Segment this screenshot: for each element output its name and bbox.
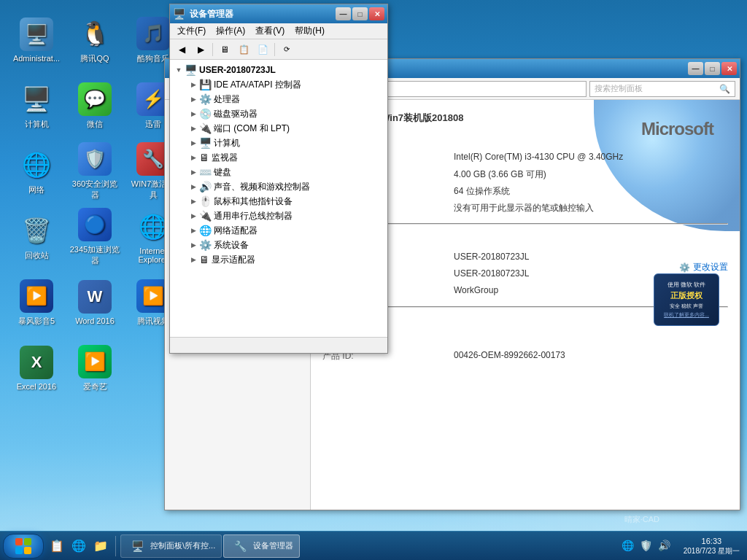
tree-node-1[interactable]: ▶ ⚙️ 处理器 — [187, 92, 384, 106]
tree-node-6[interactable]: ▶ ⌨️ 键盘 — [187, 165, 384, 179]
activation-badge: 使用 微软 软件 正版授权 安全 稳软 声誉 联机了解更多内容... — [654, 273, 719, 326]
tree-node-5[interactable]: ▶ 🖥 监视器 — [187, 150, 384, 165]
desktop: 🖥️ Administrat... 🐧 腾讯QQ 🎵 酷狗音乐 🖥️ 计算机 — [0, 0, 747, 560]
tree-node-12-icon: 🖥 — [199, 254, 209, 265]
tree-node-9-expand: ▶ — [187, 210, 199, 222]
devmgr-minimize-button[interactable]: — — [336, 7, 351, 20]
tray-network-icon[interactable]: 🌐 — [620, 538, 635, 553]
badge-line1: 使用 微软 软件 — [667, 281, 705, 289]
desktop-icon-word2016[interactable]: W Word 2016 — [66, 270, 124, 335]
ql-show-desktop[interactable]: 📋 — [47, 536, 67, 556]
sysinfo-win-controls: — □ ✕ — [688, 62, 737, 75]
processor-value: Intel(R) Core(TM) i3-4130 CPU @ 3.40GHz — [454, 152, 623, 164]
tree-node-2-icon: 💿 — [199, 108, 212, 120]
toolbar-properties-btn[interactable]: 📋 — [235, 42, 252, 58]
toolbar-scan-btn[interactable]: ⟳ — [278, 42, 295, 58]
search-field[interactable]: 搜索控制面板 🔍 — [589, 81, 735, 97]
sysinfo-close-button[interactable]: ✕ — [721, 62, 737, 75]
microsoft-logo-area: Microsoft — [641, 119, 713, 139]
desktop-icon-jisuanji[interactable]: 🖥️ 计算机 — [7, 73, 66, 139]
ql-file-manager[interactable]: 📁 — [90, 536, 111, 556]
desktop-icon-qq[interactable]: 🐧 腾讯QQ — [66, 7, 124, 73]
clock-time: 16:33 — [684, 536, 740, 546]
toolbar-forward-btn[interactable]: ▶ — [192, 42, 209, 58]
tree-node-1-icon: ⚙️ — [199, 93, 212, 105]
windows-logo — [15, 538, 31, 554]
devmgr-titlebar[interactable]: 🖥️ 设备管理器 — □ ✕ — [170, 4, 387, 23]
sysinfo-minimize-button[interactable]: — — [688, 62, 703, 75]
toolbar-sep1 — [212, 43, 213, 56]
tree-node-2-label: 磁盘驱动器 — [214, 108, 258, 120]
tree-node-3[interactable]: ▶ 🔌 端口 (COM 和 LPT) — [187, 121, 384, 136]
tree-root-icon: 🖥️ — [185, 64, 197, 76]
gear-icon: ⚙️ — [679, 262, 690, 273]
quick-launch-area: 📋 🌐 📁 — [47, 536, 116, 556]
taskbar-btn-devmgr[interactable]: 🔧 设备管理器 — [223, 534, 300, 558]
tree-node-0[interactable]: ▶ 💾 IDE ATA/ATAPI 控制器 — [187, 77, 384, 92]
system-tray: 🌐 🛡️ 🔊 — [617, 538, 675, 553]
tree-node-2[interactable]: ▶ 💿 磁盘驱动器 — [187, 106, 384, 121]
desktop-icon-2345[interactable]: 🔵 2345加速浏览器 — [66, 204, 124, 270]
tree-node-10-expand: ▶ — [187, 225, 199, 236]
start-button[interactable] — [3, 534, 44, 559]
taskbar-btn-controlpanel[interactable]: 🖥️ 控制面板\所有控... — [120, 534, 222, 558]
devmgr-maximize-button[interactable]: □ — [352, 7, 368, 20]
taskbar-controlpanel-icon: 🖥️ — [127, 538, 147, 554]
devmgr-toolbar: ◀ ▶ 🖥 📋 📄 ⟳ — [170, 39, 387, 60]
tree-node-8[interactable]: ▶ 🖱️ 鼠标和其他指针设备 — [187, 194, 384, 209]
microsoft-logo-text: Microsoft — [641, 119, 713, 139]
toolbar-computer-btn[interactable]: 🖥 — [216, 42, 233, 58]
badge-line3: 安全 稳软 声誉 — [670, 303, 703, 310]
menu-file[interactable]: 文件(F) — [173, 23, 210, 39]
desktop-icon-excel2016[interactable]: X Excel 2016 — [7, 335, 66, 401]
tree-node-12-expand: ▶ — [187, 254, 199, 265]
devmgr-title-text: 设备管理器 — [190, 8, 336, 20]
tree-node-3-label: 端口 (COM 和 LPT) — [214, 122, 290, 135]
tree-node-1-expand: ▶ — [187, 93, 199, 105]
sysinfo-maximize-button[interactable]: □ — [705, 62, 720, 75]
menu-help[interactable]: 帮助(H) — [290, 23, 329, 39]
tree-node-6-icon: ⌨️ — [199, 166, 212, 178]
badge-more-link[interactable]: 联机了解更多内容... — [664, 311, 709, 319]
logo-green — [24, 538, 31, 545]
taskbar-devmgr-icon: 🔧 — [230, 538, 250, 554]
tree-children: ▶ 💾 IDE ATA/ATAPI 控制器 ▶ ⚙️ 处理器 ▶ 💿 磁盘驱动器 — [173, 77, 384, 267]
fullname-value: USER-20180723JL — [454, 268, 529, 279]
menu-action[interactable]: 操作(A) — [212, 23, 249, 39]
tray-volume-icon[interactable]: 🔊 — [657, 538, 672, 553]
os-type-value: 64 位操作系统 — [454, 185, 510, 198]
desktop-icon-iqiyi[interactable]: ▶️ 爱奇艺 — [66, 335, 124, 401]
tree-node-12[interactable]: ▶ 🖥 显示适配器 — [187, 252, 384, 267]
desktop-icon-wangluo[interactable]: 🌐 网络 — [7, 139, 66, 204]
tree-root-node[interactable]: ▼ 🖥️ USER-20180723JL — [173, 63, 384, 77]
desktop-icon-manying[interactable]: ▶️ 暴风影音5 — [7, 270, 66, 335]
tree-node-10-label: 网络适配器 — [214, 225, 258, 237]
toolbar-back-btn[interactable]: ◀ — [173, 42, 190, 58]
tree-node-11[interactable]: ▶ ⚙️ 系统设备 — [187, 238, 384, 252]
tree-node-11-label: 系统设备 — [214, 239, 249, 252]
change-settings-link[interactable]: ⚙️ 更改设置 — [679, 261, 728, 273]
touch-value: 没有可用于此显示器的笔或触控输入 — [454, 202, 594, 214]
tree-node-10[interactable]: ▶ 🌐 网络适配器 — [187, 223, 384, 238]
devmgr-win-controls: — □ ✕ — [336, 7, 384, 20]
menu-view[interactable]: 查看(V) — [251, 23, 289, 39]
devmgr-close-button[interactable]: ✕ — [369, 7, 384, 20]
toolbar-update-btn[interactable]: 📄 — [254, 42, 271, 58]
tray-security-icon[interactable]: 🛡️ — [638, 538, 654, 553]
tree-node-4[interactable]: ▶ 🖥️ 计算机 — [187, 136, 384, 150]
tree-node-7-expand: ▶ — [187, 181, 199, 192]
tree-node-4-icon: 🖥️ — [199, 137, 212, 149]
desktop-icon-weixin[interactable]: 💬 微信 — [66, 73, 124, 139]
ql-ie[interactable]: 🌐 — [69, 536, 89, 556]
devmgr-content: ▼ 🖥️ USER-20180723JL ▶ 💾 IDE ATA/ATAPI 控… — [170, 60, 387, 337]
tree-node-9[interactable]: ▶ 🔌 通用串行总线控制器 — [187, 209, 384, 223]
desktop-icon-administrator[interactable]: 🖥️ Administrat... — [7, 7, 66, 73]
tree-node-7-label: 声音、视频和游戏控制器 — [214, 181, 310, 193]
tree-node-7[interactable]: ▶ 🔊 声音、视频和游戏控制器 — [187, 179, 384, 194]
desktop-icon-recycle[interactable]: 🗑️ 回收站 — [7, 204, 66, 270]
tree-root-expand: ▼ — [173, 64, 185, 76]
tree-node-6-label: 键盘 — [214, 166, 231, 179]
devmgr-title-icon: 🖥️ — [173, 8, 185, 20]
desktop-icon-360[interactable]: 🛡️ 360安全浏览器 — [66, 139, 124, 204]
clock-display[interactable]: 16:33 2018/7/23 星期一 — [679, 536, 744, 556]
